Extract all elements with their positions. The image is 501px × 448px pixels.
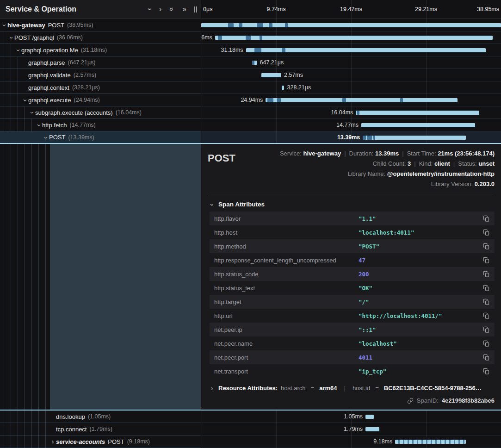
span-bar-row[interactable]: 24.94ms [201,94,501,106]
copy-icon[interactable] [483,271,490,278]
resource-attributes-label: Resource Attributes: [218,385,278,392]
meta-value: 0.203.0 [475,180,495,187]
span-duration: (14.77ms) [69,122,95,128]
span-bar-row[interactable]: 38.95ms [201,19,501,31]
tree-row[interactable]: tcp.connect(1.79ms) [0,423,201,436]
tree-header-title: Service & Operation [6,5,148,13]
span-attributes-toggle[interactable]: › Span Attributes [209,201,495,208]
span-bar-row[interactable]: 1.79ms [201,423,501,436]
span-bar[interactable] [363,136,466,140]
meta-label: Service: [280,150,303,157]
tree-row[interactable]: ›hive-gatewayPOST(38.95ms) [0,19,201,31]
attribute-row: http.target"/" [210,295,495,309]
attribute-row: net.peer.name"localhost" [210,336,495,350]
span-duration-label: 9.18ms [373,438,392,445]
copy-icon[interactable] [483,229,490,236]
copy-icon[interactable] [483,257,490,264]
span-bar[interactable] [365,427,379,431]
span-bars-bottom: 1.05ms1.79ms9.18ms [201,410,501,448]
tree-row[interactable]: ›graphql.operation Me(31.18ms) [0,44,201,56]
link-icon[interactable] [407,398,414,404]
service-name: service-accounts [56,438,105,445]
span-bar-row[interactable]: 31.18ms [201,44,501,56]
tree-row[interactable]: ›POST(13.39ms) [0,131,201,144]
double-chevron-down-icon[interactable]: » [168,7,176,12]
span-bar-row[interactable]: 2.57ms [201,69,501,81]
span-bar[interactable] [266,98,458,102]
chevron-down-icon[interactable]: › [8,35,15,41]
span-bar-row[interactable]: 14.77ms [201,119,501,131]
copy-icon[interactable] [483,340,490,347]
span-bar-row[interactable]: 328.21µs [201,81,501,94]
span-duration: (36.06ms) [57,34,83,41]
attribute-key: http.target [214,299,359,305]
copy-icon[interactable] [483,368,490,375]
attribute-row: http.method"POST" [210,239,495,253]
span-bar[interactable] [215,36,493,40]
span-bar-row[interactable]: 647.21µs [201,56,501,69]
copy-icon[interactable] [483,354,490,361]
attribute-row: http.response_content_length_uncompresse… [210,253,495,267]
tree-row[interactable]: ›subgraph.execute (accounts)(16.04ms) [0,106,201,119]
span-bar[interactable] [365,415,373,419]
copy-icon[interactable] [483,312,490,319]
span-bar-row[interactable]: 16.04ms [201,106,501,119]
operation-name: tcp.connect [56,426,87,433]
double-chevron-right-icon[interactable]: » [182,6,186,13]
copy-icon[interactable] [483,299,490,305]
span-bar[interactable] [356,111,479,115]
attribute-value: "::1" [359,326,478,333]
copy-icon[interactable] [483,215,490,222]
span-bar[interactable] [252,61,257,65]
span-attributes-label: Span Attributes [218,201,265,208]
span-duration-label: 647.21µs [260,59,284,66]
chevron-down-icon[interactable]: › [1,22,8,29]
span-bar-segment [260,36,262,40]
span-bar[interactable] [282,86,285,90]
span-bar[interactable] [395,440,466,444]
tree-bottom-rows: dns.lookup(1.05ms)tcp.connect(1.79ms)›se… [0,410,201,448]
tree-row[interactable]: graphql.parse(647.21µs) [0,56,201,69]
copy-icon[interactable] [483,285,490,292]
tree-header: Service & Operation ››»» [0,0,201,19]
tree-row[interactable]: graphql.context(328.21µs) [0,81,201,94]
chevron-down-icon[interactable]: › [15,47,22,54]
span-bar-row[interactable]: 36.06ms [201,31,501,44]
span-detail-panel: POST Service: hive-gateway|Duration: 13.… [201,144,501,410]
tree-row[interactable]: dns.lookup(1.05ms) [0,411,201,423]
span-bar-row[interactable]: 9.18ms [201,436,501,448]
column-resizer-handle[interactable] [193,5,198,14]
chevron-down-icon[interactable]: › [22,97,29,104]
copy-icon[interactable] [483,243,490,250]
span-bar-segment [252,61,255,65]
meta-value: hive-gateway [303,150,341,157]
tree-row[interactable]: ›http.fetch(14.77ms) [0,119,201,131]
chevron-down-icon[interactable]: › [43,134,49,141]
attribute-key: net.transport [214,368,359,375]
copy-icon[interactable] [483,326,490,333]
tree-row[interactable]: ›graphql.execute(24.94ms) [0,94,201,106]
chevron-right-icon[interactable]: › [159,6,161,13]
resource-separator: | [344,385,346,392]
operation-name: graphql.context [28,84,69,91]
span-bar-segment [363,136,366,140]
span-bar[interactable] [246,48,486,52]
tree-row[interactable]: ›service-accountsPOST(9.18ms) [0,436,201,448]
chevron-down-icon[interactable]: › [36,122,43,129]
attribute-value: "POST" [359,243,478,250]
span-bar-row[interactable]: 1.05ms [201,411,501,423]
attribute-value: "ip_tcp" [359,368,478,375]
chevron-down-icon[interactable]: › [29,110,36,116]
span-bar[interactable] [361,123,475,127]
resource-attributes-toggle[interactable]: ›Resource Attributes:host.arch=arm64|hos… [209,385,495,392]
chevron-right-icon[interactable]: › [49,438,56,445]
span-bar[interactable] [261,73,281,77]
tree-row[interactable]: ›POST /graphql(36.06ms) [0,31,201,44]
tree-row[interactable]: graphql.validate(2.57ms) [0,69,201,81]
span-bar-row[interactable]: 13.39ms [201,131,501,144]
span-bar[interactable] [201,23,501,27]
span-duration-label: 13.39ms [337,134,360,141]
service-name: hive-gateway [7,22,45,29]
span-duration: (328.21µs) [72,84,100,91]
chevron-down-icon[interactable]: › [146,8,153,10]
